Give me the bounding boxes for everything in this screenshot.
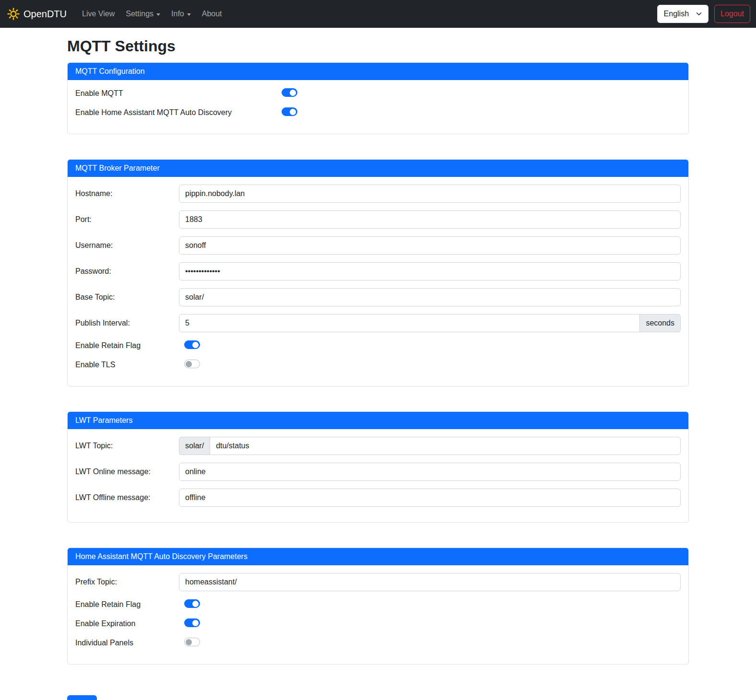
brand-label: OpenDTU: [24, 9, 67, 20]
port-label: Port:: [75, 214, 179, 225]
nav-item-info[interactable]: Info: [167, 6, 195, 22]
base-topic-row: Base Topic:: [75, 288, 681, 306]
password-input[interactable]: [179, 262, 681, 280]
enable-mqtt-row: Enable MQTT: [75, 88, 681, 99]
port-row: Port:: [75, 210, 681, 229]
publish-interval-row: Publish Interval: seconds: [75, 314, 681, 332]
enable-expiration-toggle[interactable]: [184, 618, 200, 627]
enable-expiration-label: Enable Expiration: [75, 618, 179, 630]
enable-ha-discovery-toggle[interactable]: [282, 107, 297, 116]
publish-interval-unit: seconds: [640, 314, 681, 332]
nav-item-about-label: About: [202, 10, 222, 18]
hass-discovery-card-body: Prefix Topic: Enable Retain Flag Enable …: [68, 565, 688, 664]
base-topic-input[interactable]: [179, 288, 681, 306]
lwt-card: LWT Parameters LWT Topic: solar/ LWT Onl…: [67, 411, 689, 523]
nav-item-settings[interactable]: Settings: [122, 6, 164, 22]
lwt-topic-prefix: solar/: [179, 437, 210, 455]
lwt-topic-label: LWT Topic:: [75, 440, 179, 452]
nav-item-about[interactable]: About: [198, 6, 226, 22]
prefix-topic-label: Prefix Topic:: [75, 576, 179, 588]
toggle-knob: [186, 639, 192, 645]
lwt-offline-row: LWT Offline message:: [75, 489, 681, 507]
hass-discovery-card: Home Assistant MQTT Auto Discovery Param…: [67, 548, 689, 665]
toggle-knob: [290, 109, 296, 115]
logout-button[interactable]: Logout: [714, 5, 750, 23]
caret-down-icon: [187, 13, 191, 16]
lwt-online-input[interactable]: [179, 463, 681, 481]
enable-tls-row: Enable TLS: [75, 359, 681, 371]
mqtt-configuration-card-header: MQTT Configuration: [68, 63, 688, 80]
enable-expiration-row: Enable Expiration: [75, 618, 681, 630]
enable-ha-discovery-label: Enable Home Assistant MQTT Auto Discover…: [75, 107, 282, 118]
enable-tls-toggle[interactable]: [184, 360, 200, 368]
toggle-knob: [192, 342, 199, 348]
lwt-offline-input[interactable]: [179, 489, 681, 507]
page-title: MQTT Settings: [67, 37, 689, 55]
top-navbar: OpenDTU Live View Settings Info About En…: [0, 0, 756, 28]
individual-panels-label: Individual Panels: [75, 637, 179, 649]
toggle-knob: [290, 90, 296, 96]
broker-enable-retain-toggle[interactable]: [184, 340, 200, 349]
password-label: Password:: [75, 266, 179, 277]
chevron-down-icon: [696, 11, 702, 17]
password-row: Password:: [75, 262, 681, 280]
prefix-topic-input[interactable]: [179, 573, 681, 591]
nav-item-settings-label: Settings: [126, 10, 154, 18]
nav-item-live-view[interactable]: Live View: [78, 6, 118, 22]
base-topic-label: Base Topic:: [75, 292, 179, 303]
username-label: Username:: [75, 240, 179, 251]
toggle-knob: [186, 361, 192, 367]
hostname-row: Hostname:: [75, 185, 681, 203]
lwt-online-label: LWT Online message:: [75, 466, 179, 478]
publish-interval-input[interactable]: [179, 314, 640, 332]
hass-discovery-card-header: Home Assistant MQTT Auto Discovery Param…: [68, 548, 688, 565]
language-select-value: English: [664, 10, 689, 18]
mqtt-broker-card: MQTT Broker Parameter Hostname: Port: Us…: [67, 159, 689, 386]
nav-item-info-label: Info: [171, 10, 184, 18]
enable-mqtt-label: Enable MQTT: [75, 88, 282, 99]
toggle-knob: [192, 620, 199, 626]
main-content: MQTT Settings MQTT Configuration Enable …: [67, 37, 689, 700]
mqtt-broker-card-header: MQTT Broker Parameter: [68, 160, 688, 177]
mqtt-broker-card-body: Hostname: Port: Username: Password: Base…: [68, 177, 688, 386]
lwt-card-body: LWT Topic: solar/ LWT Online message: LW…: [68, 429, 688, 522]
brand-link[interactable]: OpenDTU: [7, 7, 67, 21]
hass-enable-retain-toggle[interactable]: [184, 599, 200, 608]
username-input[interactable]: [179, 236, 681, 255]
lwt-card-header: LWT Parameters: [68, 412, 688, 429]
port-input[interactable]: [179, 210, 681, 229]
nav-links: Live View Settings Info About: [78, 6, 229, 22]
language-select[interactable]: English: [657, 5, 709, 23]
individual-panels-toggle[interactable]: [184, 638, 200, 646]
hass-enable-retain-row: Enable Retain Flag: [75, 599, 681, 610]
broker-enable-retain-label: Enable Retain Flag: [75, 340, 179, 351]
lwt-topic-input[interactable]: [210, 437, 681, 455]
prefix-topic-row: Prefix Topic:: [75, 573, 681, 591]
username-row: Username:: [75, 236, 681, 255]
hostname-label: Hostname:: [75, 188, 179, 199]
toggle-knob: [192, 601, 199, 607]
mqtt-configuration-card-body: Enable MQTT Enable Home Assistant MQTT A…: [68, 80, 688, 134]
individual-panels-row: Individual Panels: [75, 637, 681, 649]
enable-tls-label: Enable TLS: [75, 359, 179, 371]
enable-ha-discovery-row: Enable Home Assistant MQTT Auto Discover…: [75, 107, 681, 118]
lwt-online-row: LWT Online message:: [75, 463, 681, 481]
hostname-input[interactable]: [179, 185, 681, 203]
sun-icon: [7, 7, 20, 21]
mqtt-configuration-card: MQTT Configuration Enable MQTT Enable Ho…: [67, 62, 689, 134]
broker-enable-retain-row: Enable Retain Flag: [75, 340, 681, 351]
lwt-offline-label: LWT Offline message:: [75, 492, 179, 503]
caret-down-icon: [156, 13, 160, 16]
hass-enable-retain-label: Enable Retain Flag: [75, 599, 179, 610]
nav-item-live-view-label: Live View: [82, 10, 115, 18]
save-button[interactable]: Save: [67, 695, 97, 700]
publish-interval-label: Publish Interval:: [75, 317, 179, 329]
enable-mqtt-toggle[interactable]: [282, 88, 297, 97]
lwt-topic-row: LWT Topic: solar/: [75, 437, 681, 455]
